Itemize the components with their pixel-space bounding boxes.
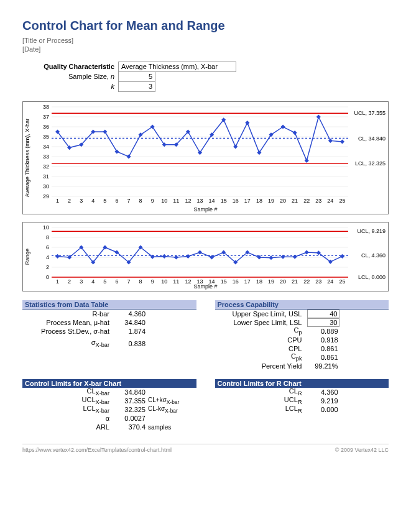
svg-rect-34 (305, 158, 309, 163)
sigma-xbar-val: 0.838 (114, 340, 145, 347)
svg-rect-33 (293, 131, 297, 135)
qc-value[interactable]: Average Thickness (mm), X-bar (118, 62, 236, 72)
svg-rect-57 (174, 255, 178, 259)
cp-label: Cp (215, 326, 307, 336)
svg-rect-35 (316, 114, 321, 119)
xbar-lcl-formula: CL-kσX-bar (145, 405, 178, 414)
lsl-input[interactable]: 30 (307, 318, 339, 327)
cpu-val: 0.918 (307, 336, 338, 344)
k-label: k (22, 83, 118, 90)
svg-rect-17 (103, 129, 107, 134)
xbar-ylabel: Average Thickness (mm), X-bar (24, 119, 30, 198)
svg-rect-71 (340, 254, 344, 259)
xbar-lcl-val: 32.325 (114, 406, 145, 413)
cpu-label: CPU (215, 336, 307, 344)
mean-val: 34.840 (114, 319, 145, 326)
stdev-val: 1.874 (114, 328, 145, 335)
sample-size-label: Sample Size, n (22, 73, 118, 80)
footer-url: https://www.vertex42.com/ExcelTemplates/… (22, 447, 172, 453)
r-cl-label: CLR (215, 387, 307, 397)
xbar-limits-header: Control Limits for X-bar Chart (22, 379, 196, 388)
svg-rect-65 (269, 255, 273, 260)
qc-label: Quality Characteristic (22, 63, 118, 70)
xbar-chart: Average Thickness (mm), X-bar 2930313233… (22, 101, 389, 214)
page-title: Control Chart for Mean and Range (22, 19, 389, 33)
xbar-cl-val: 34.840 (114, 388, 145, 396)
stdev-label: Process St.Dev., σ-hat (22, 328, 114, 335)
mean-label: Process Mean, μ-hat (22, 319, 114, 326)
xbar-cl-label: CLX-bar (22, 387, 114, 397)
arl-unit: samples (145, 424, 171, 431)
svg-rect-56 (162, 254, 167, 259)
range-xlabel: Sample # (23, 283, 388, 290)
r-lcl-val: 0.000 (307, 406, 338, 413)
usl-label: Upper Spec Limit, USL (215, 310, 307, 318)
placeholder-date: [Date] (22, 45, 389, 53)
cp-val: 0.889 (307, 328, 338, 335)
svg-rect-18 (114, 149, 119, 154)
r-ucl-label: UCLR (215, 396, 307, 405)
capability-header: Process Capability (215, 300, 389, 310)
svg-rect-68 (305, 250, 309, 254)
svg-rect-28 (233, 144, 238, 149)
alpha-label: α (22, 415, 114, 422)
r-ucl-val: 9.219 (307, 397, 338, 405)
yield-val: 99.21% (307, 362, 338, 370)
footer-copyright: © 2009 Vertex42 LLC (335, 447, 389, 453)
svg-rect-36 (328, 139, 333, 143)
svg-rect-67 (293, 255, 297, 259)
cpk-val: 0.861 (307, 354, 338, 361)
r-limits-header: Control Limits for R Chart (215, 379, 389, 388)
svg-rect-59 (198, 250, 202, 254)
r-lcl-label: LCLR (215, 405, 307, 414)
range-ylabel: Range (24, 249, 30, 265)
svg-rect-29 (245, 121, 249, 125)
svg-rect-19 (126, 154, 131, 158)
lsl-label: Lower Spec Limit, LSL (215, 319, 307, 326)
svg-rect-58 (186, 254, 190, 259)
rbar-val: 4.360 (114, 310, 145, 318)
rbar-label: R-bar (22, 310, 114, 318)
cpl-val: 0.861 (307, 345, 338, 352)
xbar-xlabel: Sample # (23, 206, 388, 213)
svg-rect-47 (55, 254, 60, 259)
xbar-lcl-label: LCLX-bar (22, 405, 114, 414)
arl-label: ARL (22, 423, 114, 431)
usl-input[interactable]: 40 (307, 310, 339, 318)
alpha-val: 0.0027 (114, 415, 145, 422)
sample-size-input[interactable]: 5 (118, 71, 155, 82)
k-input[interactable]: 3 (118, 81, 155, 92)
range-chart: Range 0246810123456789101112131415161718… (22, 222, 389, 291)
r-cl-val: 4.360 (307, 388, 338, 396)
sigma-xbar-label: σX-bar (22, 339, 114, 348)
yield-label: Percent Yield (215, 362, 307, 370)
xbar-ucl-formula: CL+kσX-bar (145, 397, 179, 405)
xbar-ucl-val: 37.355 (114, 397, 145, 405)
cpk-label: Cpk (215, 352, 307, 362)
xbar-ucl-label: UCLX-bar (22, 396, 114, 405)
stats-header: Statistics from Data Table (22, 300, 196, 310)
placeholder-title: [Title or Process] (22, 37, 389, 44)
arl-val: 370.4 (114, 423, 145, 431)
svg-rect-37 (340, 139, 344, 144)
cpl-label: CPL (215, 345, 307, 352)
